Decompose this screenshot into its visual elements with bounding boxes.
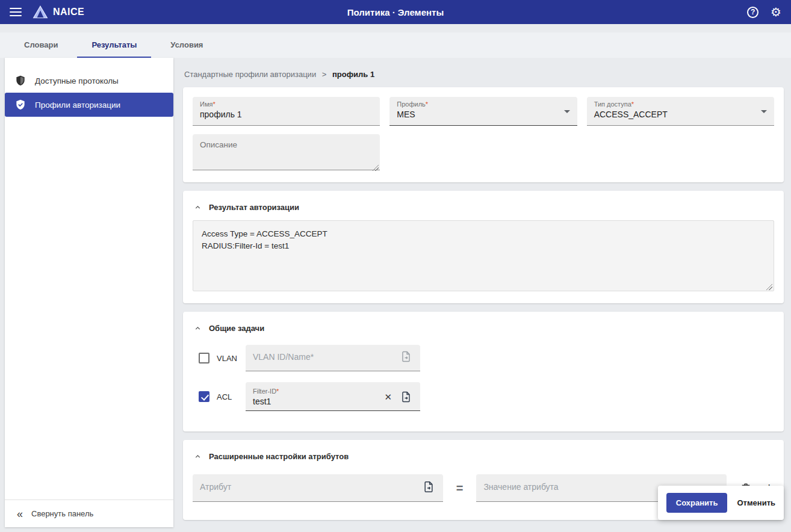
- chevron-down-icon[interactable]: [761, 110, 767, 113]
- collapse-section-icon[interactable]: [194, 203, 202, 211]
- sidebar: Доступные протоколы Профили авторизации …: [5, 58, 173, 527]
- access-type-label: Тип доступа: [594, 101, 631, 108]
- tab-results[interactable]: Результаты: [77, 32, 151, 58]
- common-tasks-title: Общие задачи: [209, 324, 264, 333]
- brand: NAICE: [33, 5, 84, 19]
- sidebar-item-protocols[interactable]: Доступные протоколы: [5, 69, 173, 93]
- attribute-field[interactable]: Атрибут: [193, 474, 443, 502]
- filter-id-field[interactable]: Filter-ID* test1 ✕: [246, 382, 420, 411]
- breadcrumb: Стандартные профили авторизации > профил…: [183, 65, 784, 87]
- profile-select[interactable]: Профиль* MES: [389, 97, 577, 126]
- breadcrumb-parent[interactable]: Стандартные профили авторизации: [184, 70, 316, 79]
- vlan-row: VLAN VLAN ID/Name*: [199, 345, 774, 371]
- app-topbar: NAICE Политика · Элементы ? ⚙: [0, 0, 791, 24]
- collapse-section-icon[interactable]: [194, 324, 202, 332]
- menu-icon[interactable]: [10, 8, 22, 16]
- help-icon[interactable]: ?: [747, 7, 758, 18]
- chevron-down-icon[interactable]: [564, 110, 570, 113]
- access-type-select[interactable]: Тип доступа* ACCESS_ACCEPT: [587, 97, 774, 126]
- name-value: профиль 1: [200, 110, 373, 119]
- double-chevron-left-icon: «: [17, 509, 23, 519]
- breadcrumb-separator: >: [322, 70, 327, 79]
- vlan-label: VLAN: [217, 354, 237, 363]
- breadcrumb-current: профиль 1: [332, 70, 374, 79]
- common-tasks-card: Общие задачи VLAN VLAN ID/Name*: [183, 312, 784, 431]
- name-field[interactable]: Имя* профиль 1: [193, 97, 380, 126]
- dictionary-icon[interactable]: [399, 350, 413, 363]
- brand-name: NAICE: [53, 7, 84, 17]
- sidebar-item-label: Профили авторизации: [35, 101, 120, 110]
- acl-row: ACL Filter-ID* test1 ✕: [199, 382, 774, 411]
- tab-dictionaries[interactable]: Словари: [10, 32, 72, 58]
- auth-result-card: Результат авторизации Access Type = ACCE…: [183, 191, 784, 303]
- name-label: Имя: [200, 101, 212, 108]
- cancel-button[interactable]: Отменить: [737, 498, 775, 507]
- access-type-value: ACCESS_ACCEPT: [594, 110, 767, 119]
- required-marker: *: [426, 101, 428, 108]
- shield-icon: [14, 75, 26, 87]
- tabbar: Словари Результаты Условия: [0, 32, 791, 58]
- page-title: Политика · Элементы: [0, 7, 791, 17]
- acl-label: ACL: [217, 392, 237, 401]
- vlan-checkbox[interactable]: [199, 353, 209, 363]
- save-button[interactable]: Сохранить: [666, 493, 728, 513]
- sidebar-item-auth-profiles[interactable]: Профили авторизации: [5, 93, 173, 117]
- auth-result-textarea[interactable]: Access Type = ACCESS_ACCEPT RADIUS:Filte…: [193, 220, 774, 291]
- dictionary-icon[interactable]: [399, 390, 413, 404]
- required-marker: *: [276, 388, 279, 395]
- acl-checkbox[interactable]: [199, 391, 209, 402]
- profile-form-card: Имя* профиль 1 Профиль* MES Тип доступа*…: [183, 87, 784, 182]
- filter-id-label: Filter-ID: [253, 388, 276, 395]
- filter-id-value: test1: [253, 397, 380, 406]
- gear-icon[interactable]: ⚙: [771, 6, 781, 18]
- shield-check-icon: [14, 99, 26, 111]
- attribute-placeholder: Атрибут: [200, 482, 421, 492]
- collapse-panel-button[interactable]: « Свернуть панель: [5, 500, 173, 527]
- description-textarea[interactable]: [193, 134, 380, 170]
- profile-label: Профиль: [397, 101, 426, 108]
- sidebar-item-label: Доступные протоколы: [35, 76, 119, 85]
- vlan-id-field[interactable]: VLAN ID/Name*: [246, 345, 420, 371]
- vlan-placeholder: VLAN ID/Name*: [253, 352, 399, 362]
- dictionary-icon[interactable]: [421, 480, 436, 494]
- collapse-section-icon[interactable]: [194, 453, 202, 460]
- logo-icon: [33, 5, 48, 19]
- profile-value: MES: [397, 110, 569, 119]
- main-content: Стандартные профили авторизации > профил…: [173, 58, 791, 527]
- auth-result-title: Результат авторизации: [209, 203, 299, 212]
- required-marker: *: [212, 101, 215, 108]
- collapse-panel-label: Свернуть панель: [31, 509, 93, 518]
- required-marker: *: [631, 101, 634, 108]
- clear-icon[interactable]: ✕: [383, 391, 393, 404]
- save-panel: Сохранить Отменить: [658, 486, 784, 520]
- equals-sign: =: [456, 481, 464, 495]
- tab-conditions[interactable]: Условия: [156, 32, 217, 58]
- advanced-attrs-title: Расширенные настройки атрибутов: [209, 452, 349, 461]
